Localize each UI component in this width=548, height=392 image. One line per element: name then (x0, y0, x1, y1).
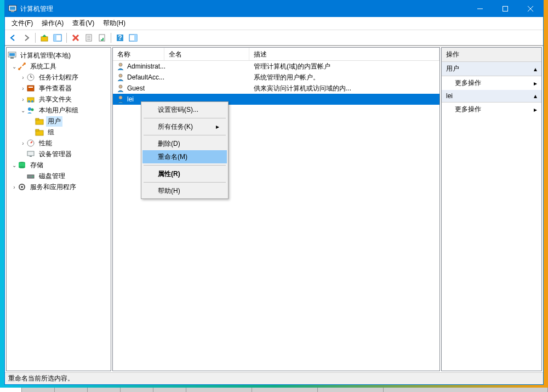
menu-action[interactable]: 操作(A) (37, 17, 68, 30)
computer-icon (8, 51, 16, 60)
actions-more-2[interactable]: 更多操作 ▸ (442, 103, 541, 116)
chevron-right-icon: ▸ (534, 106, 537, 113)
svg-rect-4 (503, 7, 508, 12)
refresh-button[interactable] (96, 32, 108, 44)
ctx-separator (144, 182, 226, 183)
tools-icon (18, 62, 26, 71)
storage-icon (18, 161, 26, 169)
actions-item-label: 更多操作 (455, 78, 481, 88)
help-button[interactable]: ? (114, 32, 126, 44)
svg-point-45 (19, 166, 25, 168)
clock-icon (26, 73, 35, 82)
svg-point-50 (119, 63, 122, 66)
column-header-fullname[interactable]: 全名 (164, 48, 249, 60)
cell-description: 供来宾访问计算机或访问域的内... (249, 84, 439, 93)
list-row[interactable]: DefaultAcc...系统管理的用户帐户。 (113, 72, 439, 83)
user-icon (116, 95, 125, 104)
cell-description: 管理计算机(域)的内置帐户 (249, 62, 439, 71)
tree-label: 服务和应用程序 (28, 182, 78, 192)
svg-point-53 (119, 96, 122, 99)
tree-local-users-groups[interactable]: ⌄ 本地用户和组 (7, 105, 111, 116)
collapse-icon: ▴ (534, 92, 537, 100)
actions-header: 操作 (442, 48, 541, 62)
user-icon (116, 73, 125, 82)
ctx-all-tasks[interactable]: 所有任务(K)▸ (142, 120, 227, 133)
ctx-help[interactable]: 帮助(H) (142, 184, 227, 197)
cell-name: Administrat... (113, 62, 164, 71)
expander-icon[interactable]: › (20, 86, 26, 92)
actions-group-label: 用户 (446, 64, 459, 73)
svg-point-33 (31, 100, 33, 103)
tree-label: 设备管理器 (37, 149, 73, 160)
column-header-description[interactable]: 描述 (249, 48, 439, 60)
expander-icon[interactable]: › (20, 140, 26, 146)
titlebar[interactable]: 计算机管理 (5, 1, 543, 17)
list-row[interactable]: Administrat...管理计算机(域)的内置帐户 (113, 61, 439, 72)
ctx-delete[interactable]: 删除(D) (142, 137, 227, 150)
tree-users[interactable]: 用户 (7, 116, 111, 127)
menu-help[interactable]: 帮助(H) (99, 17, 130, 30)
expander-icon[interactable]: › (20, 75, 26, 81)
expander-icon[interactable]: › (20, 96, 26, 103)
tree-label: 存储 (28, 160, 45, 171)
back-button[interactable] (7, 32, 19, 44)
menu-file[interactable]: 文件(F) (7, 17, 37, 30)
properties-button[interactable] (83, 32, 95, 44)
ctx-separator (144, 165, 226, 166)
actions-group-lei[interactable]: lei ▴ (442, 90, 541, 103)
svg-rect-42 (30, 156, 32, 157)
expander-icon[interactable]: ⌄ (11, 64, 18, 70)
tree-disk-management[interactable]: 磁盘管理 (7, 171, 111, 181)
tree-event-viewer[interactable]: › 事件查看器 (7, 83, 111, 94)
toolbar-separator (66, 33, 67, 43)
tree-root[interactable]: 计算机管理(本地) (7, 50, 111, 61)
column-header-name[interactable]: 名称 (113, 48, 164, 60)
svg-point-35 (31, 109, 34, 111)
menu-view[interactable]: 查看(V) (68, 17, 99, 30)
tree-device-manager[interactable]: 设备管理器 (7, 149, 111, 160)
svg-point-49 (21, 186, 23, 188)
tree-groups[interactable]: 组 (7, 127, 111, 138)
expander-icon[interactable]: › (11, 184, 18, 190)
svg-rect-7 (41, 37, 48, 41)
tree-label: 任务计划程序 (37, 72, 80, 83)
list-row[interactable]: Guest供来宾访问计算机或访问域的内... (113, 83, 439, 94)
actions-more-1[interactable]: 更多操作 ▸ (442, 76, 541, 90)
tree-shared-folders[interactable]: › 共享文件夹 (7, 94, 111, 105)
show-hide-tree-button[interactable] (52, 32, 64, 44)
users-icon (26, 106, 35, 115)
content-area: 计算机管理(本地) ⌄ 系统工具 › 任务计划程序 › 事件查看器 › 共享文件… (5, 46, 543, 372)
ctx-separator (144, 135, 226, 135)
ctx-rename[interactable]: 重命名(M) (142, 150, 227, 163)
tree-system-tools[interactable]: ⌄ 系统工具 (7, 61, 111, 72)
svg-rect-23 (10, 57, 14, 59)
tree-label: 系统工具 (28, 61, 58, 72)
tree-label: 共享文件夹 (37, 94, 73, 105)
svg-point-32 (28, 100, 30, 103)
tree-performance[interactable]: › 性能 (7, 138, 111, 149)
svg-rect-22 (9, 53, 15, 56)
user-name-label: Administrat... (127, 63, 165, 70)
expander-icon[interactable]: ⌄ (20, 107, 26, 113)
ctx-properties[interactable]: 属性(R) (142, 167, 227, 180)
device-icon (26, 150, 35, 158)
ctx-set-password[interactable]: 设置密码(S)... (142, 103, 227, 116)
expander-icon[interactable]: ⌄ (11, 162, 18, 168)
up-button[interactable] (38, 32, 50, 44)
folder-icon (35, 117, 44, 126)
tree-storage[interactable]: ⌄ 存储 (7, 160, 111, 171)
svg-rect-9 (54, 35, 56, 41)
actions-pane: 操作 用户 ▴ 更多操作 ▸ lei ▴ 更多操作 ▸ (441, 47, 542, 371)
svg-rect-29 (27, 86, 34, 91)
actions-group-users[interactable]: 用户 ▴ (442, 62, 541, 76)
show-action-pane-button[interactable] (127, 32, 139, 44)
forward-button[interactable] (20, 32, 32, 44)
delete-button[interactable] (70, 32, 82, 44)
minimize-button[interactable] (467, 1, 493, 17)
close-button[interactable] (518, 1, 543, 17)
maximize-button[interactable] (493, 1, 518, 17)
tree-pane[interactable]: 计算机管理(本地) ⌄ 系统工具 › 任务计划程序 › 事件查看器 › 共享文件… (6, 47, 111, 371)
toolbar-separator (111, 33, 111, 43)
tree-task-scheduler[interactable]: › 任务计划程序 (7, 72, 111, 83)
tree-services-apps[interactable]: › 服务和应用程序 (7, 181, 111, 192)
